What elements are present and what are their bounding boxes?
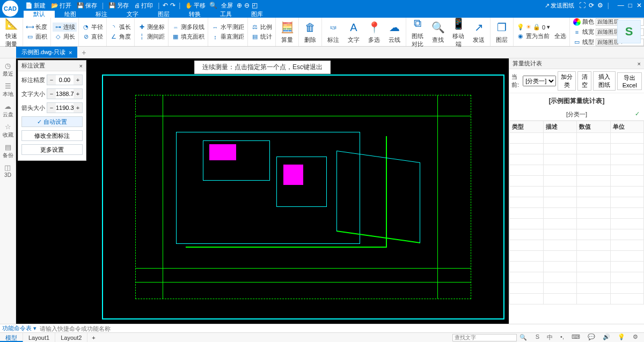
command-menu-button[interactable]: 功能命令表 ▾ [2,324,36,332]
undo-icon[interactable]: ↶ [163,2,168,9]
fullscreen-button[interactable]: 全屏 [219,2,235,10]
status-icon-gear[interactable]: ⚙ [630,333,641,341]
table-row[interactable] [510,272,644,283]
table-row[interactable] [510,240,644,251]
layer-button[interactable]: ❐图层 [492,20,511,44]
textsize-input[interactable]: −+ [47,88,83,99]
command-input[interactable] [40,325,642,332]
cloud-button[interactable]: ☁云线 [385,20,404,44]
length-button[interactable]: ⟷长度 [25,23,49,32]
coord-button[interactable]: ✚测坐标 [136,23,166,32]
send-drawing-button[interactable]: ↗发送图纸 [543,2,576,10]
perimeter-button[interactable]: ◇周长 [53,32,77,41]
pan-button[interactable]: ✋平移 [184,2,207,10]
maximize-button[interactable]: □ [628,2,632,9]
table-row[interactable] [510,176,644,187]
table-row[interactable] [510,154,644,165]
auto-set-button[interactable]: ✓ 自动设置 [21,116,83,127]
status-icon-1[interactable]: S [533,333,542,341]
table-row[interactable] [510,294,644,304]
panel-close[interactable]: × [79,63,83,69]
sidebar-fav[interactable]: ☆收藏 [3,123,13,139]
settings-icon[interactable]: ⚙ [597,2,603,9]
table-row[interactable] [510,197,644,208]
area-button[interactable]: ▭面积 [25,32,49,41]
horiz-dist-button[interactable]: ↔水平测距 [210,23,246,32]
select-all-link[interactable]: 全选 [554,32,566,40]
add-category-button[interactable]: 加分类 [558,71,576,91]
zoomwin-icon[interactable]: ◰ [252,2,258,9]
refresh-icon[interactable]: ⟳ [589,2,594,9]
status-icon-punct[interactable]: •, [558,333,567,341]
status-icon-kb[interactable]: ⌨ [569,333,583,341]
layout-tab-model[interactable]: 模型 [0,333,23,342]
multi-button[interactable]: 📍多选 [364,20,384,44]
saveas-button[interactable]: 💾另存 [107,2,130,10]
edit-all-button[interactable]: 修改全图标注 [21,130,83,141]
table-row[interactable] [510,133,644,144]
mobile-button[interactable]: 📱移动端 [449,16,468,48]
table-row[interactable] [510,144,644,154]
increase-button[interactable]: + [74,89,82,99]
vert-dist-button[interactable]: ↕垂直测距 [210,32,246,41]
zoomout-icon[interactable]: ⊖ [244,2,250,9]
decrease-button[interactable]: − [47,103,56,113]
layout-tab-2[interactable]: Layout2 [55,333,87,342]
calc-button[interactable]: 🧮算量 [277,20,297,44]
export-excel-button[interactable]: 导出Excel [617,72,642,90]
layout-tab-1[interactable]: Layout1 [23,333,55,342]
table-row[interactable] [510,219,644,229]
minimize-button[interactable]: — [618,2,624,9]
table-row[interactable] [510,208,644,219]
delete-button[interactable]: 🗑删除 [301,20,320,44]
decrease-button[interactable]: − [47,89,56,99]
redo-icon[interactable]: ↷ [170,2,175,9]
file-tab[interactable]: 示例图.dwg-只读 × [16,47,77,58]
arc-button[interactable]: ◝弧长 [108,23,133,32]
tab-text[interactable]: 文字 [117,11,148,18]
sidebar-local[interactable]: ☰本地 [3,82,13,98]
expand-icon[interactable]: ⛶ [579,2,586,9]
category-select[interactable]: [分类一] [523,76,556,86]
diameter-button[interactable]: ⊘直径 [80,32,105,41]
status-icon-zh[interactable]: 中 [544,333,555,341]
table-row[interactable] [510,251,644,262]
radius-button[interactable]: ◔半径 [80,23,105,32]
clear-button[interactable]: 清空 [577,71,591,91]
table-row[interactable] [510,262,644,272]
send-ribbon-button[interactable]: ↗发送 [469,16,488,48]
sidebar-backup[interactable]: ▤备份 [3,143,13,159]
table-row[interactable] [510,165,644,176]
sidebar-recent[interactable]: ◷最近 [3,62,13,78]
tab-layer[interactable]: 图层 [148,11,179,18]
add-file-tab[interactable]: + [77,47,90,58]
insert-drawing-button[interactable]: 插入图纸 [593,71,616,91]
set-current-button[interactable]: ◉置为当前 全选 [515,32,568,41]
gap-button[interactable]: ╎测间距 [136,32,166,41]
zoomin-icon[interactable]: ⊕ [237,2,242,9]
summary-button[interactable]: ▤统计 [250,32,274,41]
status-icon-msg[interactable]: 💬 [585,333,598,341]
quick-measure-button[interactable]: 📐 快速测量 [2,16,21,48]
zoom-icon[interactable]: 🔍 [209,2,217,9]
tab-draw[interactable]: 绘图 [55,11,86,18]
polyline-button[interactable]: ⎓测多段线 [170,23,206,32]
file-tab-close[interactable]: × [69,49,72,56]
angle-button[interactable]: ∠角度 [108,32,133,41]
precision-input[interactable]: −+ [47,75,83,85]
table-row[interactable] [510,187,644,197]
status-icon-bulb[interactable]: 💡 [615,333,628,341]
new-button[interactable]: 📄新建 [24,2,47,10]
tab-tools[interactable]: 工具 [210,11,241,18]
stats-category-row[interactable]: [分类一]✓ [509,109,644,121]
save-button[interactable]: 💾保存 [75,2,99,10]
tab-annotate[interactable]: 标注 [86,11,117,18]
compare-button[interactable]: ⧉图纸对比 [408,16,427,48]
layer-state-row[interactable]: 💡☀🔒0▾ [515,23,568,31]
add-layout-button[interactable]: + [87,334,99,341]
text-button[interactable]: A文字 [344,20,363,44]
tab-default[interactable]: 默认 [24,11,55,18]
find-go-button[interactable]: 🔍 [517,334,530,341]
canvas[interactable]: 标注设置× 标注精度 −+ 文字大小 −+ 箭头大小 −+ ✓ 自动设置 修改全… [16,58,509,324]
table-row[interactable] [510,283,644,294]
